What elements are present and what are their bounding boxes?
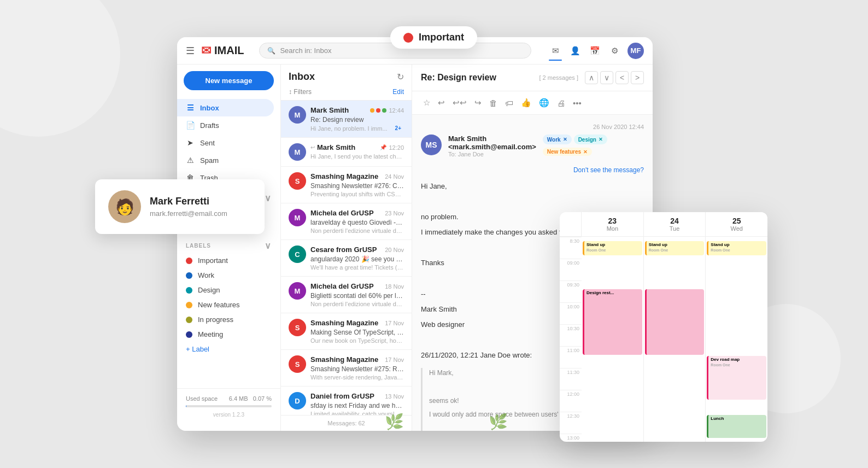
label-important[interactable]: Important <box>177 253 280 268</box>
cal-day-wed: 25 Wed <box>706 212 767 236</box>
tag-new-features-close[interactable]: ✕ <box>583 149 588 155</box>
cal-event-standup-tue[interactable]: Stand up Room One <box>645 241 705 255</box>
sent-label: Sent <box>200 139 215 147</box>
email-time: 18 Nov <box>385 283 404 290</box>
search-icon: 🔍 <box>267 47 275 55</box>
used-space-mb: 6.4 MB <box>229 395 248 402</box>
label-in-progress-text: In progress <box>198 315 233 324</box>
email-item[interactable]: C Cesare from GrUSP 20 Nov angularday 20… <box>281 240 412 277</box>
nav-next-btn[interactable]: > <box>631 71 644 84</box>
edit-button[interactable]: Edit <box>392 88 404 96</box>
email-item[interactable]: S Smashing Magazine 17 Nov Making Sense … <box>281 313 412 350</box>
dont-see-link[interactable]: Don't see the message? <box>421 166 644 174</box>
label-meeting[interactable]: Meeting <box>177 327 280 342</box>
like-icon[interactable]: 👍 <box>519 96 533 110</box>
tag-design-close[interactable]: ✕ <box>599 137 603 142</box>
label-new-features[interactable]: New features <box>177 297 280 312</box>
email-list-header: Inbox ↻ <box>281 65 412 86</box>
user-avatar-btn[interactable]: MF <box>627 43 644 59</box>
filters-label[interactable]: ↕ Filters <box>289 88 312 96</box>
email-preview: Our new book on TypeScript, how it works… <box>310 337 404 344</box>
search-placeholder: Search in: Inbox <box>280 46 331 55</box>
user-card-email: mark.ferretti@email.com <box>150 209 227 218</box>
email-item[interactable]: S Smashing Magazine 17 Nov Smashing News… <box>281 350 412 387</box>
email-item[interactable]: D Daniel from GrUSP 13 Nov sfday is next… <box>281 387 412 415</box>
label-meeting-text: Meeting <box>198 330 223 338</box>
forward-icon[interactable]: ↪ <box>472 96 484 110</box>
time-1130: 11:30 <box>560 368 582 390</box>
event-title: Stand up <box>711 242 764 248</box>
refresh-icon[interactable]: ↻ <box>397 72 404 82</box>
flag-icon[interactable]: 🏷 <box>503 96 515 110</box>
tag-design[interactable]: Design ✕ <box>574 134 607 144</box>
add-label-button[interactable]: + Label <box>177 342 280 356</box>
email-item[interactable]: M Mark Smith <box>281 101 412 138</box>
time-1300: 13:00 <box>560 434 582 442</box>
avatar: D <box>289 392 306 410</box>
cal-body: 8:30 09:00 09:30 10:00 10:30 11:00 11:30… <box>560 237 767 442</box>
email-item[interactable]: S Smashing Magazine 24 Nov Smashing News… <box>281 167 412 203</box>
event-title: Stand up <box>587 242 640 248</box>
used-space-pct: 0.07 % <box>253 395 272 402</box>
contacts-nav-btn[interactable]: 👤 <box>566 42 584 60</box>
email-item[interactable]: M ↩ Mark Smith 📌 12:20 <box>281 138 412 167</box>
dot-red <box>376 108 380 113</box>
cal-event-design-mon[interactable]: Design rest... <box>583 289 642 355</box>
logo: ✉ IMAIL <box>201 44 244 58</box>
sidebar-item-drafts[interactable]: 📄 Drafts <box>177 116 274 134</box>
new-message-button[interactable]: New message <box>184 71 274 90</box>
print-icon[interactable]: 🖨 <box>555 96 567 110</box>
nav-down-btn[interactable]: ∨ <box>600 71 613 84</box>
message-date: 26 Nov 2020 12:44 <box>421 124 644 130</box>
cal-event-design-tue[interactable] <box>645 289 705 355</box>
tag-new-features[interactable]: New features ✕ <box>543 148 592 156</box>
email-item[interactable]: M Michela del GrUSP 23 Nov laravelday è … <box>281 203 412 240</box>
email-preview: Preventing layout shifts with CSS Grid, … <box>310 191 404 197</box>
detail-subject: Re: Design review <box>421 73 496 83</box>
label-dot-in-progress <box>186 317 192 323</box>
nav-up-btn[interactable]: ∧ <box>585 71 598 84</box>
personal-folders-toggle[interactable]: ∨ <box>265 193 272 203</box>
email-preview: We'll have a great time! Tickets (https:… <box>310 264 404 271</box>
label-work[interactable]: Work <box>177 268 280 283</box>
email-time: 17 Nov <box>385 320 404 326</box>
star-icon[interactable]: ☆ <box>421 96 432 110</box>
sidebar-item-sent[interactable]: ➤ Sent <box>177 134 274 151</box>
labels-toggle[interactable]: ∨ <box>265 241 272 251</box>
cal-event-standup-wed[interactable]: Stand up Room One <box>707 241 766 255</box>
globe-icon[interactable]: 🌐 <box>537 96 552 110</box>
cal-day-name-mon: Mon <box>584 225 641 232</box>
calendar-nav-btn[interactable]: 📅 <box>586 42 603 60</box>
cal-day-num-wed: 25 <box>708 217 765 225</box>
sidebar-item-spam[interactable]: ⚠ Spam <box>177 151 274 169</box>
time-1000: 10:00 <box>560 302 582 324</box>
detail-nav: [ 2 messages ] ∧ ∨ < > <box>539 71 644 84</box>
email-body: Daniel from GrUSP 13 Nov sfday is next F… <box>310 392 404 415</box>
reply-all-icon[interactable]: ↩↩ <box>450 96 469 110</box>
label-design[interactable]: Design <box>177 283 280 297</box>
more-icon[interactable]: ••• <box>571 96 584 110</box>
cal-event-lunch-wed[interactable]: Lunch <box>707 415 766 438</box>
email-item[interactable]: M Michela del GrUSP 18 Nov Biglietti sco… <box>281 277 412 313</box>
sidebar-item-inbox[interactable]: ☰ Inbox <box>177 99 274 116</box>
dot-yellow <box>370 108 374 113</box>
version-text: version 1.2.3 <box>186 412 272 418</box>
detail-header: Re: Design review [ 2 messages ] ∧ ∨ < > <box>412 65 653 91</box>
cal-event-roadmap-wed[interactable]: Dev road map Room One <box>707 356 766 400</box>
label-in-progress[interactable]: In progress <box>177 312 280 327</box>
mail-nav-btn[interactable]: ✉ <box>547 42 564 60</box>
cal-event-standup-mon[interactable]: Stand up Room One <box>583 241 642 255</box>
delete-icon[interactable]: 🗑 <box>487 96 500 110</box>
user-card-info: Mark Ferretti mark.ferretti@email.com <box>150 196 227 218</box>
count-badge: 2+ <box>392 125 404 132</box>
from-name: Mark Smith <mark.smith@email.com> <box>448 134 536 151</box>
settings-nav-btn[interactable]: ⚙ <box>606 42 623 60</box>
hamburger-icon[interactable]: ☰ <box>186 45 195 57</box>
email-sender: Cesare from GrUSP <box>310 245 377 254</box>
calendar-header: 23 Mon 24 Tue 25 Wed <box>560 212 767 237</box>
tag-work-close[interactable]: ✕ <box>563 137 567 142</box>
email-preview: Non perderti l'edizione virtuale della c… <box>310 227 404 234</box>
nav-prev-btn[interactable]: < <box>615 71 629 84</box>
reply-icon[interactable]: ↩ <box>436 96 447 110</box>
tag-work[interactable]: Work ✕ <box>543 134 572 144</box>
